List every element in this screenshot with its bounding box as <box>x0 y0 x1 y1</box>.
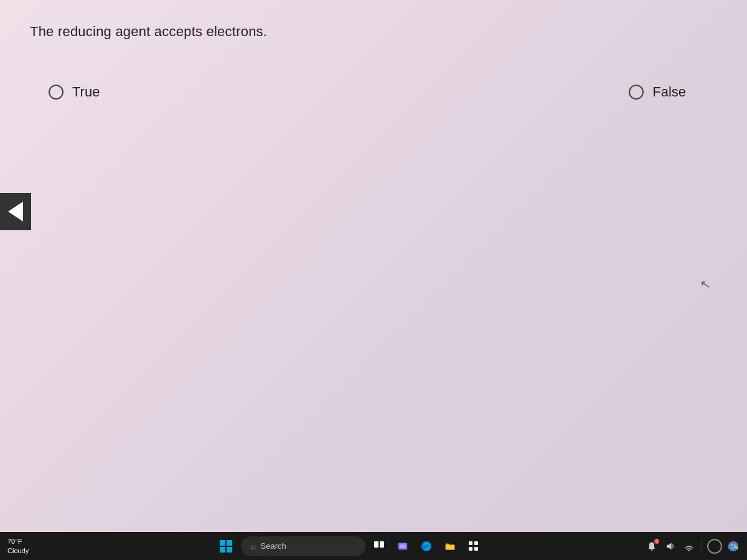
svg-rect-9 <box>474 547 478 551</box>
svg-point-10 <box>651 549 652 550</box>
circle-icon <box>707 539 722 554</box>
apps-icon[interactable] <box>464 536 484 556</box>
back-arrow-icon <box>8 202 23 222</box>
network-icon[interactable] <box>680 538 698 555</box>
question-text: The reducing agent accepts electrons. <box>30 24 267 40</box>
option-true[interactable]: True <box>49 84 100 100</box>
radio-true[interactable] <box>49 85 63 100</box>
teams-icon[interactable] <box>393 536 413 556</box>
svg-rect-8 <box>469 547 472 551</box>
temperature: 70°F <box>7 537 29 546</box>
svg-rect-5 <box>445 545 454 549</box>
taskbar-center: ⌕ Search <box>55 535 643 558</box>
search-icon: ⌕ <box>251 541 256 551</box>
option-false[interactable]: False <box>629 84 686 100</box>
tray-divider <box>702 540 702 553</box>
cursor-icon: ↖ <box>699 276 712 293</box>
weather-condition: Cloudy <box>7 546 29 555</box>
taskbar: 70°F Cloudy ⌕ Search <box>0 532 747 560</box>
svg-point-14 <box>731 544 735 548</box>
option-true-label: True <box>72 84 100 100</box>
taskbar-left: 70°F Cloudy <box>5 537 55 555</box>
svg-point-11 <box>688 550 690 551</box>
tray-icons: 9 <box>643 538 742 555</box>
main-content: The reducing agent accepts electrons. Tr… <box>0 0 747 532</box>
notification-badge: 9 <box>654 539 659 544</box>
option-false-label: False <box>652 84 686 100</box>
options-row: True False <box>30 84 717 100</box>
weather-info: 70°F Cloudy <box>5 537 29 555</box>
svg-rect-6 <box>469 541 472 545</box>
back-button[interactable] <box>0 193 31 230</box>
chrome-icon[interactable] <box>725 538 742 555</box>
windows-logo-icon <box>220 540 232 553</box>
search-label: Search <box>261 541 286 551</box>
file-explorer-icon[interactable] <box>440 536 460 556</box>
circle-button[interactable] <box>706 538 723 555</box>
svg-rect-1 <box>380 541 384 548</box>
svg-rect-7 <box>474 541 478 545</box>
radio-false[interactable] <box>629 85 644 100</box>
svg-rect-0 <box>374 541 378 548</box>
taskbar-search[interactable]: ⌕ Search <box>241 536 365 556</box>
sound-icon[interactable] <box>662 538 679 555</box>
notification-icon[interactable]: 9 <box>643 538 660 555</box>
taskbar-right: 9 <box>643 538 742 555</box>
svg-rect-3 <box>400 544 405 548</box>
start-button[interactable] <box>215 535 237 558</box>
task-view-icon[interactable] <box>369 536 389 556</box>
edge-icon[interactable] <box>416 536 436 556</box>
